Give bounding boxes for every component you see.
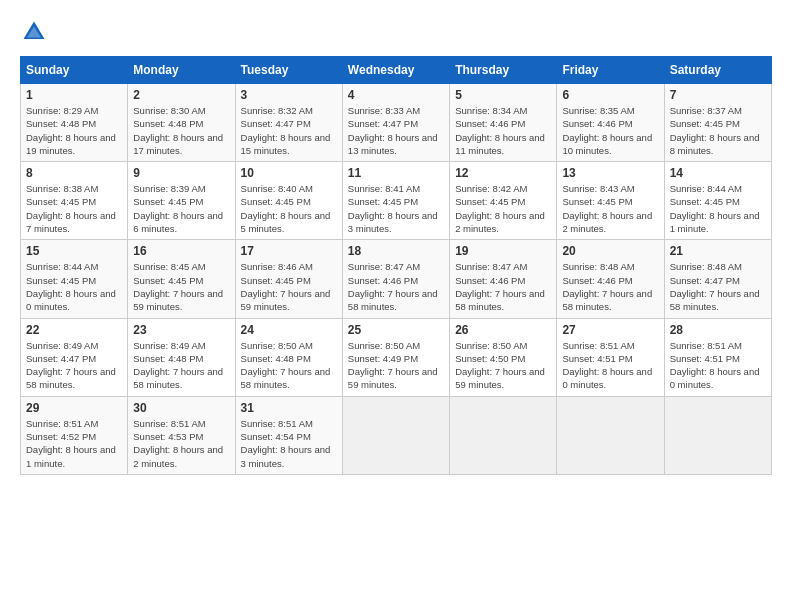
- calendar-cell: 9Sunrise: 8:39 AMSunset: 4:45 PMDaylight…: [128, 162, 235, 240]
- day-detail: Sunrise: 8:44 AMSunset: 4:45 PMDaylight:…: [670, 182, 766, 235]
- day-number: 7: [670, 88, 766, 102]
- calendar-cell: 18Sunrise: 8:47 AMSunset: 4:46 PMDayligh…: [342, 240, 449, 318]
- day-detail: Sunrise: 8:50 AMSunset: 4:48 PMDaylight:…: [241, 339, 337, 392]
- calendar-cell: 28Sunrise: 8:51 AMSunset: 4:51 PMDayligh…: [664, 318, 771, 396]
- col-header-friday: Friday: [557, 57, 664, 84]
- calendar-cell: 15Sunrise: 8:44 AMSunset: 4:45 PMDayligh…: [21, 240, 128, 318]
- week-row-2: 8Sunrise: 8:38 AMSunset: 4:45 PMDaylight…: [21, 162, 772, 240]
- col-header-thursday: Thursday: [450, 57, 557, 84]
- calendar-cell: 5Sunrise: 8:34 AMSunset: 4:46 PMDaylight…: [450, 84, 557, 162]
- page: SundayMondayTuesdayWednesdayThursdayFrid…: [0, 0, 792, 485]
- day-number: 6: [562, 88, 658, 102]
- calendar-cell: 10Sunrise: 8:40 AMSunset: 4:45 PMDayligh…: [235, 162, 342, 240]
- day-number: 12: [455, 166, 551, 180]
- day-detail: Sunrise: 8:42 AMSunset: 4:45 PMDaylight:…: [455, 182, 551, 235]
- day-detail: Sunrise: 8:49 AMSunset: 4:47 PMDaylight:…: [26, 339, 122, 392]
- day-detail: Sunrise: 8:38 AMSunset: 4:45 PMDaylight:…: [26, 182, 122, 235]
- day-detail: Sunrise: 8:37 AMSunset: 4:45 PMDaylight:…: [670, 104, 766, 157]
- calendar-cell: 8Sunrise: 8:38 AMSunset: 4:45 PMDaylight…: [21, 162, 128, 240]
- day-detail: Sunrise: 8:47 AMSunset: 4:46 PMDaylight:…: [455, 260, 551, 313]
- calendar-cell: 16Sunrise: 8:45 AMSunset: 4:45 PMDayligh…: [128, 240, 235, 318]
- day-number: 10: [241, 166, 337, 180]
- calendar-cell: 2Sunrise: 8:30 AMSunset: 4:48 PMDaylight…: [128, 84, 235, 162]
- day-number: 2: [133, 88, 229, 102]
- calendar-cell: 13Sunrise: 8:43 AMSunset: 4:45 PMDayligh…: [557, 162, 664, 240]
- day-number: 24: [241, 323, 337, 337]
- calendar-cell: 27Sunrise: 8:51 AMSunset: 4:51 PMDayligh…: [557, 318, 664, 396]
- calendar-cell: 1Sunrise: 8:29 AMSunset: 4:48 PMDaylight…: [21, 84, 128, 162]
- day-detail: Sunrise: 8:51 AMSunset: 4:54 PMDaylight:…: [241, 417, 337, 470]
- day-detail: Sunrise: 8:32 AMSunset: 4:47 PMDaylight:…: [241, 104, 337, 157]
- calendar-cell: 4Sunrise: 8:33 AMSunset: 4:47 PMDaylight…: [342, 84, 449, 162]
- day-number: 5: [455, 88, 551, 102]
- calendar-cell: 7Sunrise: 8:37 AMSunset: 4:45 PMDaylight…: [664, 84, 771, 162]
- day-number: 19: [455, 244, 551, 258]
- day-number: 29: [26, 401, 122, 415]
- calendar-cell: 31Sunrise: 8:51 AMSunset: 4:54 PMDayligh…: [235, 396, 342, 474]
- day-detail: Sunrise: 8:35 AMSunset: 4:46 PMDaylight:…: [562, 104, 658, 157]
- day-number: 21: [670, 244, 766, 258]
- day-number: 30: [133, 401, 229, 415]
- day-number: 20: [562, 244, 658, 258]
- col-header-sunday: Sunday: [21, 57, 128, 84]
- day-number: 17: [241, 244, 337, 258]
- calendar-cell: 26Sunrise: 8:50 AMSunset: 4:50 PMDayligh…: [450, 318, 557, 396]
- calendar-cell: 21Sunrise: 8:48 AMSunset: 4:47 PMDayligh…: [664, 240, 771, 318]
- col-header-wednesday: Wednesday: [342, 57, 449, 84]
- day-detail: Sunrise: 8:44 AMSunset: 4:45 PMDaylight:…: [26, 260, 122, 313]
- day-number: 25: [348, 323, 444, 337]
- week-row-3: 15Sunrise: 8:44 AMSunset: 4:45 PMDayligh…: [21, 240, 772, 318]
- calendar-cell: 25Sunrise: 8:50 AMSunset: 4:49 PMDayligh…: [342, 318, 449, 396]
- calendar-cell: [450, 396, 557, 474]
- day-detail: Sunrise: 8:34 AMSunset: 4:46 PMDaylight:…: [455, 104, 551, 157]
- day-number: 22: [26, 323, 122, 337]
- day-number: 16: [133, 244, 229, 258]
- day-number: 23: [133, 323, 229, 337]
- calendar-cell: 19Sunrise: 8:47 AMSunset: 4:46 PMDayligh…: [450, 240, 557, 318]
- day-detail: Sunrise: 8:46 AMSunset: 4:45 PMDaylight:…: [241, 260, 337, 313]
- day-detail: Sunrise: 8:51 AMSunset: 4:51 PMDaylight:…: [670, 339, 766, 392]
- day-number: 1: [26, 88, 122, 102]
- calendar-cell: 20Sunrise: 8:48 AMSunset: 4:46 PMDayligh…: [557, 240, 664, 318]
- calendar-cell: 23Sunrise: 8:49 AMSunset: 4:48 PMDayligh…: [128, 318, 235, 396]
- calendar-cell: 29Sunrise: 8:51 AMSunset: 4:52 PMDayligh…: [21, 396, 128, 474]
- day-detail: Sunrise: 8:30 AMSunset: 4:48 PMDaylight:…: [133, 104, 229, 157]
- week-row-1: 1Sunrise: 8:29 AMSunset: 4:48 PMDaylight…: [21, 84, 772, 162]
- calendar-cell: 24Sunrise: 8:50 AMSunset: 4:48 PMDayligh…: [235, 318, 342, 396]
- day-detail: Sunrise: 8:41 AMSunset: 4:45 PMDaylight:…: [348, 182, 444, 235]
- week-row-4: 22Sunrise: 8:49 AMSunset: 4:47 PMDayligh…: [21, 318, 772, 396]
- day-number: 27: [562, 323, 658, 337]
- day-detail: Sunrise: 8:45 AMSunset: 4:45 PMDaylight:…: [133, 260, 229, 313]
- day-number: 9: [133, 166, 229, 180]
- day-detail: Sunrise: 8:51 AMSunset: 4:52 PMDaylight:…: [26, 417, 122, 470]
- calendar-cell: 3Sunrise: 8:32 AMSunset: 4:47 PMDaylight…: [235, 84, 342, 162]
- day-number: 26: [455, 323, 551, 337]
- day-number: 15: [26, 244, 122, 258]
- day-number: 11: [348, 166, 444, 180]
- calendar-cell: 22Sunrise: 8:49 AMSunset: 4:47 PMDayligh…: [21, 318, 128, 396]
- calendar-cell: 14Sunrise: 8:44 AMSunset: 4:45 PMDayligh…: [664, 162, 771, 240]
- header-row: SundayMondayTuesdayWednesdayThursdayFrid…: [21, 57, 772, 84]
- day-detail: Sunrise: 8:47 AMSunset: 4:46 PMDaylight:…: [348, 260, 444, 313]
- day-number: 28: [670, 323, 766, 337]
- day-number: 3: [241, 88, 337, 102]
- logo: [20, 18, 50, 46]
- day-number: 18: [348, 244, 444, 258]
- day-detail: Sunrise: 8:51 AMSunset: 4:51 PMDaylight:…: [562, 339, 658, 392]
- header: [20, 18, 772, 46]
- day-detail: Sunrise: 8:48 AMSunset: 4:47 PMDaylight:…: [670, 260, 766, 313]
- calendar-cell: 11Sunrise: 8:41 AMSunset: 4:45 PMDayligh…: [342, 162, 449, 240]
- calendar-cell: 6Sunrise: 8:35 AMSunset: 4:46 PMDaylight…: [557, 84, 664, 162]
- day-detail: Sunrise: 8:49 AMSunset: 4:48 PMDaylight:…: [133, 339, 229, 392]
- logo-icon: [20, 18, 48, 46]
- calendar-cell: 30Sunrise: 8:51 AMSunset: 4:53 PMDayligh…: [128, 396, 235, 474]
- day-number: 4: [348, 88, 444, 102]
- day-detail: Sunrise: 8:51 AMSunset: 4:53 PMDaylight:…: [133, 417, 229, 470]
- day-detail: Sunrise: 8:43 AMSunset: 4:45 PMDaylight:…: [562, 182, 658, 235]
- day-detail: Sunrise: 8:48 AMSunset: 4:46 PMDaylight:…: [562, 260, 658, 313]
- day-detail: Sunrise: 8:39 AMSunset: 4:45 PMDaylight:…: [133, 182, 229, 235]
- calendar-cell: [342, 396, 449, 474]
- day-number: 13: [562, 166, 658, 180]
- calendar-cell: [664, 396, 771, 474]
- day-detail: Sunrise: 8:50 AMSunset: 4:50 PMDaylight:…: [455, 339, 551, 392]
